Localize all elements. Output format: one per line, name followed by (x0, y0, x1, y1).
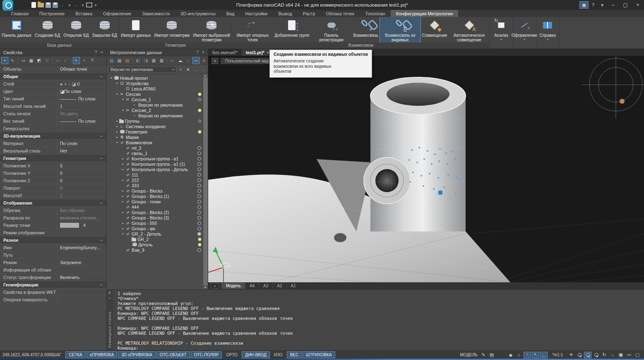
status-toggle[interactable]: 3D оПРИВЯЗКА (118, 351, 155, 358)
tree-item-state-toggle[interactable] (197, 216, 201, 219)
property-value[interactable]: По слою (57, 95, 106, 102)
tree-item[interactable]: 111 (107, 172, 208, 177)
tree-item[interactable]: Groups - Blocks (107, 188, 208, 193)
ribbon-tab[interactable]: Вид (221, 10, 240, 17)
save-as-icon[interactable] (53, 2, 58, 8)
status-toggle[interactable]: ОТС-ПОЛЯР (191, 351, 222, 358)
scrollbar-thumb[interactable] (204, 78, 207, 285)
tree-item-state-toggle[interactable] (197, 173, 201, 176)
property-row[interactable]: Информация об облаке (0, 266, 106, 274)
confirm-icon[interactable]: ✓ (62, 57, 69, 64)
tree-item-state-toggle[interactable] (197, 232, 201, 236)
db-add-icon[interactable]: ▤ (108, 57, 115, 64)
property-value[interactable] (57, 251, 106, 258)
pin-icon[interactable] (195, 50, 200, 55)
pick-icon[interactable]: ↖ (73, 57, 80, 64)
tree-item-state-toggle[interactable] (198, 119, 201, 122)
property-row[interactable]: Объекты Облако точек (0, 65, 106, 73)
tree-item[interactable]: Взаимосвязи (107, 140, 208, 145)
help-icon[interactable]: ? (89, 57, 96, 64)
property-value[interactable]: По слою (57, 140, 106, 147)
tree-item[interactable]: Leica AT960 (107, 86, 208, 91)
separator[interactable] (71, 58, 71, 63)
tree-item[interactable]: Groups - Blocks (3) (107, 215, 208, 220)
next-version-button[interactable]: → (200, 67, 206, 72)
cursor-box-icon[interactable]: ↖ (532, 352, 539, 358)
tree-item-state-toggle[interactable] (197, 205, 201, 209)
screen-icon[interactable]: ▭ (192, 57, 199, 64)
property-row[interactable]: Свойства в формате WKT (0, 288, 106, 296)
sheet-settings-icon[interactable]: ▤ (488, 352, 495, 358)
minimize-button[interactable]: – (607, 0, 619, 10)
expand-arrow-icon[interactable] (121, 109, 125, 112)
prev-version-button[interactable]: ← (192, 67, 199, 72)
expand-arrow-icon[interactable] (121, 98, 125, 101)
expand-arrow-icon[interactable] (121, 227, 125, 230)
ribbon-button[interactable]: Автоматическое совмещение (449, 17, 490, 43)
ribbon-tab[interactable]: Вставка (70, 10, 98, 17)
property-row[interactable]: 3D-визуализация (0, 132, 106, 140)
ribbon-menu-button[interactable]: Анализ (490, 17, 513, 48)
property-value[interactable]: По цвету (57, 110, 106, 117)
tree-item[interactable]: Контрольня группа - a1 (107, 156, 208, 161)
zoom-window-icon[interactable] (592, 352, 600, 358)
layout-menu-icon[interactable] (211, 283, 219, 288)
tree-item[interactable]: Марки (107, 134, 208, 140)
expand-arrow-icon[interactable] (115, 125, 119, 128)
version-selector[interactable]: Версия по умолчанию (108, 66, 176, 73)
tree-item[interactable]: Версия по умолчанию (107, 113, 208, 118)
tree-item[interactable]: Взм_9 (107, 247, 208, 253)
tree-item[interactable]: rel_3 (107, 145, 208, 150)
save-icon[interactable] (46, 2, 51, 8)
tree-item-state-toggle[interactable] (197, 184, 201, 187)
tree-item-state-toggle[interactable] (198, 98, 201, 101)
close-icon[interactable] (99, 50, 105, 55)
status-toggle[interactable]: ВЕС (287, 351, 302, 358)
tree-item[interactable]: Новый проект (107, 75, 208, 81)
command-history[interactable]: 1 найдено *Отмена* Укажите противоположн… (115, 290, 644, 352)
property-row[interactable]: Положение Y 0 (0, 169, 106, 177)
screen-icon[interactable]: ▭ (625, 352, 633, 358)
status-toggle[interactable]: ОРТО (223, 351, 240, 358)
orbit-icon[interactable]: ↻ (601, 352, 608, 358)
tree-item[interactable]: Версия по умолчанию (107, 102, 208, 107)
property-row[interactable]: Визуальный стиль Нет (0, 147, 106, 155)
restore-button[interactable]: ▢ (619, 0, 632, 10)
status-toggle[interactable]: ОТС-ОБЪЕКТ (156, 351, 190, 358)
tree-item[interactable]: Сессии (107, 91, 208, 97)
status-toggle[interactable]: ШТРИХОВКА (303, 351, 335, 358)
doc-import-icon[interactable]: ▥ (150, 57, 157, 64)
expand-arrow-icon[interactable] (121, 232, 125, 236)
tree-item[interactable]: 333 (107, 183, 208, 188)
property-row[interactable]: Режим Загружено (0, 259, 106, 266)
layout-tab[interactable]: A3 (259, 283, 272, 289)
scroll-up-icon[interactable]: ▲ (204, 74, 207, 77)
document-tab[interactable]: test1.prj* (242, 49, 274, 56)
ribbon-tab[interactable]: Оформление (98, 10, 137, 17)
property-value[interactable]: Без обрезки (57, 207, 106, 214)
layout-tab[interactable]: A4 (245, 283, 259, 289)
ribbon-button[interactable]: Импорт данных (119, 17, 152, 43)
ribbon-button[interactable]: Панель регистрации (311, 17, 352, 43)
separator[interactable] (132, 58, 133, 63)
new-file-icon[interactable] (31, 2, 36, 8)
expand-arrow-icon[interactable] (121, 195, 125, 198)
property-row[interactable]: Положение Z 0 (0, 177, 106, 184)
ribbon-button[interactable]: Создание БД (33, 17, 62, 43)
ribbon-button[interactable]: Совмещение (421, 17, 449, 43)
pan-icon[interactable]: ✛ (567, 352, 575, 358)
tree-item-state-toggle[interactable] (197, 210, 201, 214)
close-icon[interactable] (200, 50, 206, 55)
property-row[interactable]: Слой 0 (0, 80, 106, 88)
tree-item-state-toggle[interactable] (197, 200, 201, 203)
tree-item[interactable]: Геометрия (107, 129, 208, 134)
tree-item[interactable]: 222 (107, 177, 208, 183)
add-version-button[interactable]: + (178, 67, 184, 72)
tree-item[interactable]: Группы (107, 118, 208, 124)
document-tab[interactable]: Без имени0* (208, 49, 242, 56)
property-value[interactable]: 0 (57, 177, 106, 184)
property-row[interactable]: Обрезка Без обрезки (0, 207, 106, 214)
close-icon[interactable] (267, 50, 269, 55)
property-row[interactable]: Режим отображения (0, 229, 106, 236)
property-row[interactable]: Раскраска по величина отклоне... (0, 214, 106, 222)
